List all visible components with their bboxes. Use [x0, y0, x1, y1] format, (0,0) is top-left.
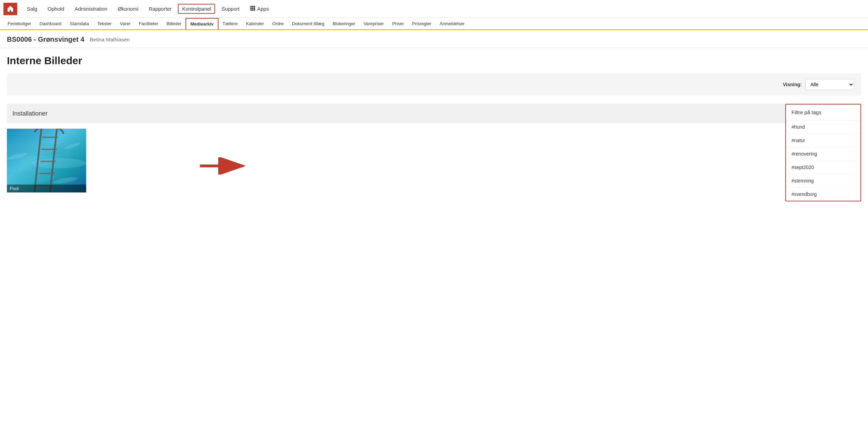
nav-kontrolpanel[interactable]: Kontrolpanel	[178, 4, 215, 14]
images-area: Pool	[7, 123, 861, 198]
svg-rect-5	[254, 8, 255, 9]
logo[interactable]	[3, 3, 17, 15]
sec-nav-stamdata[interactable]: Stamdata	[65, 18, 93, 30]
nav-salg[interactable]: Salg	[23, 4, 41, 14]
svg-rect-2	[254, 6, 255, 7]
nav-ophold[interactable]: Ophold	[43, 4, 68, 14]
nav-apps[interactable]: Apps	[246, 3, 273, 14]
nav-support[interactable]: Support	[217, 4, 244, 14]
secondary-navigation: Ferieboliger Dashboard Stamdata Tekster …	[0, 18, 868, 30]
pool-image-container[interactable]: Pool	[7, 129, 86, 192]
tag-item-svendborg[interactable]: #svendborg	[786, 188, 860, 201]
tag-item-hund[interactable]: #hund	[786, 120, 860, 134]
sec-nav-ferieboliger[interactable]: Ferieboliger	[3, 18, 36, 30]
svg-rect-3	[250, 8, 252, 9]
sec-nav-kalender[interactable]: Kalender	[242, 18, 268, 30]
main-content: Interne Billeder Visning: Alle Installat…	[0, 48, 868, 205]
svg-rect-7	[252, 9, 253, 11]
sec-nav-tekster[interactable]: Tekster	[93, 18, 116, 30]
top-navigation: Salg Ophold Administration Økonomi Rappo…	[0, 0, 868, 18]
visning-label: Visning:	[783, 82, 802, 87]
sec-nav-varepriser[interactable]: Varepriser	[360, 18, 388, 30]
nav-rapporter[interactable]: Rapporter	[144, 4, 176, 14]
tag-item-natur[interactable]: #natur	[786, 134, 860, 147]
sec-nav-dashboard[interactable]: Dashboard	[36, 18, 66, 30]
sec-nav-faciliteter[interactable]: Faciliteter	[135, 18, 162, 30]
tags-panel: Filtre på tags #hund #natur #renovering …	[785, 104, 861, 201]
svg-rect-8	[254, 9, 255, 11]
sec-nav-priser[interactable]: Priser	[388, 18, 408, 30]
page-header: BS0006 - Grønsvinget 4 Betina Mathiasen	[0, 30, 868, 48]
sec-nav-anmeldelser[interactable]: Anmeldelser	[435, 18, 468, 30]
top-nav-items: Salg Ophold Administration Økonomi Rappo…	[23, 3, 865, 14]
sec-nav-mediearkiv[interactable]: Mediearkiv	[185, 18, 218, 30]
installationer-section: Installationer Upload	[7, 104, 861, 198]
tag-item-renovering[interactable]: #renovering	[786, 147, 860, 161]
svg-rect-4	[252, 8, 253, 9]
svg-rect-1	[252, 6, 253, 7]
owner-name: Betina Mathiasen	[90, 37, 130, 42]
arrow-indicator	[200, 157, 248, 175]
visning-row: Visning: Alle Installationer Exteriør In…	[7, 73, 861, 96]
tag-item-stemning[interactable]: #stemning	[786, 174, 860, 188]
installationer-title: Installationer	[12, 110, 48, 117]
apps-label: Apps	[257, 6, 269, 12]
nav-administration[interactable]: Administration	[70, 4, 111, 14]
svg-point-11	[31, 158, 86, 168]
svg-rect-0	[250, 6, 252, 7]
image-label-pool: Pool	[7, 185, 86, 192]
sec-nav-taellere[interactable]: Tællere	[219, 18, 242, 30]
section-title: Interne Billeder	[7, 55, 861, 67]
installationer-header: Installationer Upload	[7, 104, 861, 123]
svg-rect-6	[250, 9, 252, 11]
visning-select[interactable]: Alle Installationer Exteriør Interiør	[805, 79, 854, 90]
sec-nav-varer[interactable]: Varer	[116, 18, 135, 30]
tag-item-sept2020[interactable]: #sept2020	[786, 161, 860, 174]
tags-panel-header: Filtre på tags	[786, 105, 860, 120]
property-code: BS0006 - Grønsvinget 4	[7, 36, 84, 43]
sec-nav-prisregler[interactable]: Prisregler	[408, 18, 436, 30]
sec-nav-dokument-tillaeg[interactable]: Dokument tillæg	[288, 18, 329, 30]
sec-nav-billeder[interactable]: Billeder	[162, 18, 185, 30]
grid-icon	[250, 6, 255, 12]
nav-okonomi[interactable]: Økonomi	[113, 4, 142, 14]
sec-nav-ordre[interactable]: Ordre	[268, 18, 288, 30]
pool-image	[7, 129, 86, 192]
sec-nav-blokeringer[interactable]: Blokeringer	[329, 18, 360, 30]
